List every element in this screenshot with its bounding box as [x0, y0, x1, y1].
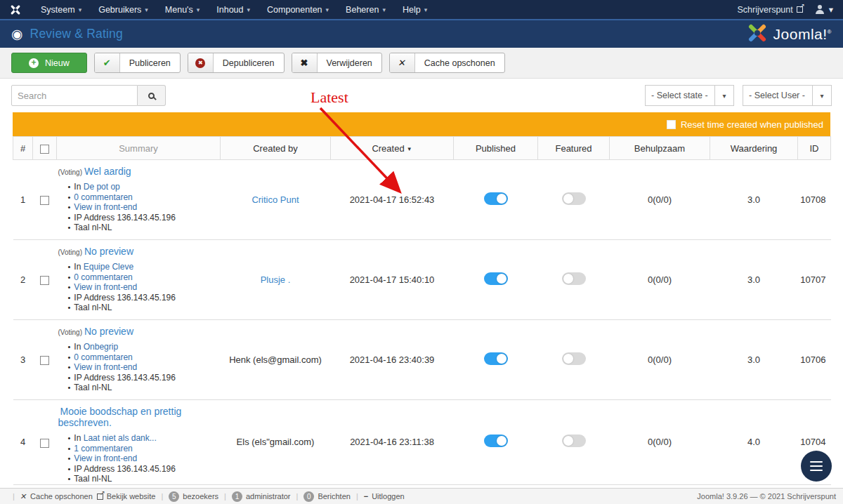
view-frontend-link[interactable]: View in front-end	[74, 202, 137, 212]
menu-label: Gebruikers	[98, 5, 141, 15]
state-select[interactable]: - Select state - ▾	[645, 85, 734, 106]
user-menu[interactable]: ▾	[816, 4, 833, 15]
header-featured[interactable]: Featured	[538, 137, 610, 160]
floating-menu-button[interactable]	[801, 451, 832, 482]
published-toggle[interactable]	[484, 272, 508, 285]
featured-toggle[interactable]	[562, 352, 586, 365]
statusbar-view-site[interactable]: Bekijk website	[97, 492, 156, 500]
row-checkbox[interactable]	[40, 356, 49, 365]
filter-bar: - Select state - ▾ - Select User - ▾	[0, 79, 843, 112]
menu-menus[interactable]: Menu's ▾	[157, 0, 208, 19]
user-select-value: - Select User -	[743, 85, 813, 106]
featured-toggle[interactable]	[562, 435, 586, 447]
header-published[interactable]: Published	[454, 137, 538, 160]
row-checkbox[interactable]	[40, 196, 49, 205]
review-id: 10707	[798, 240, 831, 320]
table-row: 1 (Voting)Wel aardig In De pot op 0 comm…	[13, 160, 831, 240]
row-number: 2	[13, 240, 33, 320]
site-name: Schrijverspunt	[738, 5, 793, 15]
user-select[interactable]: - Select User - ▾	[743, 85, 832, 106]
menu-componenten[interactable]: Componenten ▾	[259, 0, 337, 19]
created-by-text[interactable]: Henk (els@gmail.com)	[229, 354, 322, 365]
toggle-knob	[497, 354, 507, 364]
row-checkbox[interactable]	[40, 276, 49, 285]
new-button[interactable]: + Nieuw	[11, 53, 87, 73]
rating-value: 3.0	[710, 320, 798, 400]
language: Taal nl-NL	[74, 303, 112, 312]
purge-icon: ✕	[19, 492, 27, 501]
row-number: 3	[13, 320, 33, 400]
menu-help[interactable]: Help ▾	[394, 0, 436, 19]
clear-cache-button[interactable]: ✕ Cache opschonen	[389, 53, 505, 73]
search-input[interactable]	[11, 85, 138, 106]
toggle-knob	[497, 436, 507, 446]
review-title-link[interactable]: Wel aardig	[84, 166, 131, 177]
reviews-table: # Summary Created by Created▼ Published …	[13, 136, 831, 504]
comments-link[interactable]: 1 commentaren	[74, 444, 132, 453]
messages-label: Berichten	[318, 492, 350, 500]
published-toggle[interactable]	[484, 435, 508, 447]
published-toggle[interactable]	[484, 192, 508, 205]
messages-status[interactable]: 0 Berichten	[303, 491, 350, 502]
menu-systeem[interactable]: Systeem ▾	[32, 0, 90, 19]
menu-beheren[interactable]: Beheren ▾	[337, 0, 394, 19]
summary-cell: (Voting)Wel aardig In De pot op 0 commen…	[57, 160, 221, 240]
unpublish-button[interactable]: ✖ Depubliceren	[188, 53, 285, 73]
header-id[interactable]: ID	[798, 137, 831, 160]
category-link[interactable]: De pot op	[84, 182, 120, 192]
view-frontend-link[interactable]: View in front-end	[74, 282, 137, 292]
category-link[interactable]: Onbegrip	[84, 342, 118, 352]
admins-badge: 1	[232, 491, 242, 502]
ip-address: IP Address 136.143.45.196	[74, 373, 176, 383]
row-checkbox[interactable]	[40, 439, 49, 448]
featured-cell	[538, 160, 610, 240]
created-by-cell: Critico Punt	[221, 160, 331, 240]
statusbar-clear-cache[interactable]: ✕ Cache opschonen	[20, 492, 93, 501]
menu-gebruikers[interactable]: Gebruikers ▾	[90, 0, 157, 19]
chevron-down-icon[interactable]: ▾	[715, 85, 734, 106]
external-link-icon	[797, 6, 803, 13]
search-button[interactable]	[138, 85, 166, 106]
toggle-knob	[563, 436, 573, 446]
in-label: In	[74, 342, 81, 352]
category-link[interactable]: Equipe Cleve	[84, 262, 133, 272]
publish-button[interactable]: ✔ Publiceren	[94, 53, 181, 73]
comments-link[interactable]: 0 commentaren	[74, 352, 132, 362]
view-frontend-link[interactable]: View in front-end	[74, 453, 137, 463]
header-created[interactable]: Created▼	[331, 137, 454, 160]
created-by-cell: Plusje .	[221, 240, 331, 320]
review-title-link[interactable]: Mooie boodschap en prettig beschreven.	[58, 406, 182, 428]
comments-link[interactable]: 0 commentaren	[74, 192, 132, 202]
review-title-link[interactable]: No preview	[84, 326, 133, 337]
chevron-down-icon[interactable]: ▾	[813, 85, 832, 106]
header-created-by[interactable]: Created by	[221, 137, 331, 160]
category-link[interactable]: Laat niet als dank...	[84, 433, 157, 443]
helpful-count: 0(0/0)	[610, 160, 710, 240]
view-frontend-link[interactable]: View in front-end	[74, 362, 137, 372]
logout-link[interactable]: − Uitloggen	[364, 492, 405, 500]
menu-label: Beheren	[346, 5, 379, 15]
menu-inhoud[interactable]: Inhoud ▾	[208, 0, 259, 19]
featured-toggle[interactable]	[562, 192, 586, 205]
delete-button[interactable]: ✖ Verwijderen	[292, 53, 382, 73]
comments-link[interactable]: 0 commentaren	[74, 272, 132, 282]
view-site-link[interactable]: Schrijverspunt	[738, 5, 803, 15]
select-all-checkbox[interactable]	[40, 145, 49, 154]
ip-address: IP Address 136.143.45.196	[74, 213, 176, 223]
table-row: 4 Mooie boodschap en prettig beschreven.…	[13, 400, 831, 485]
featured-toggle[interactable]	[562, 272, 586, 285]
ip-address: IP Address 136.143.45.196	[74, 293, 176, 303]
publish-button-label: Publiceren	[120, 53, 180, 72]
view-item: View in front-end	[68, 362, 218, 373]
header-rating[interactable]: Waardering	[710, 137, 798, 160]
ip-address: IP Address 136.143.45.196	[74, 464, 176, 474]
created-by-text[interactable]: Els (els"gmail.com)	[237, 437, 315, 447]
published-toggle[interactable]	[484, 352, 508, 365]
search-icon	[148, 93, 155, 99]
header-helpful[interactable]: Behulpzaam	[610, 137, 710, 160]
messages-badge: 0	[303, 491, 314, 502]
created-by-text[interactable]: Critico Punt	[251, 194, 299, 205]
review-title-link[interactable]: No preview	[84, 246, 133, 257]
created-by-text[interactable]: Plusje .	[261, 274, 291, 285]
reset-time-checkbox[interactable]	[667, 120, 676, 129]
